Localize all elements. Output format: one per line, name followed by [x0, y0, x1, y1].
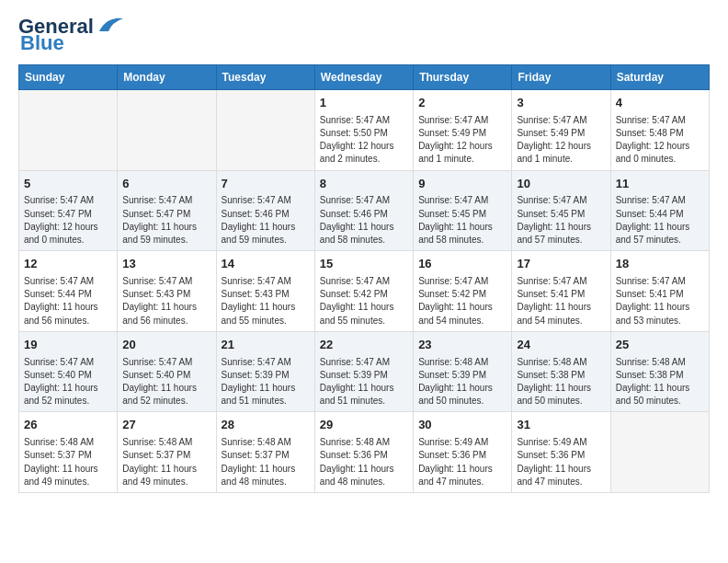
cell-info: Sunrise: 5:49 AMSunset: 5:36 PMDaylight:… [418, 436, 506, 488]
calendar-cell: 1Sunrise: 5:47 AMSunset: 5:50 PMDaylight… [314, 90, 413, 171]
header-row: SundayMondayTuesdayWednesdayThursdayFrid… [19, 65, 710, 90]
cell-info: Sunrise: 5:47 AMSunset: 5:49 PMDaylight:… [517, 114, 605, 167]
cell-info: Sunrise: 5:48 AMSunset: 5:38 PMDaylight:… [616, 356, 704, 408]
week-row-2: 5Sunrise: 5:47 AMSunset: 5:47 PMDaylight… [19, 170, 710, 251]
day-number: 19 [24, 337, 112, 354]
calendar-cell: 29Sunrise: 5:48 AMSunset: 5:36 PMDayligh… [314, 412, 413, 493]
cell-info: Sunrise: 5:47 AMSunset: 5:48 PMDaylight:… [616, 114, 704, 167]
calendar-cell: 25Sunrise: 5:48 AMSunset: 5:38 PMDayligh… [610, 331, 709, 412]
calendar-cell: 4Sunrise: 5:47 AMSunset: 5:48 PMDaylight… [610, 90, 709, 171]
calendar-cell: 17Sunrise: 5:47 AMSunset: 5:41 PMDayligh… [512, 251, 610, 332]
week-row-3: 12Sunrise: 5:47 AMSunset: 5:44 PMDayligh… [19, 251, 710, 332]
header-tuesday: Tuesday [216, 65, 314, 90]
calendar-cell [19, 90, 118, 171]
week-row-1: 1Sunrise: 5:47 AMSunset: 5:50 PMDaylight… [19, 90, 710, 171]
calendar-cell: 20Sunrise: 5:47 AMSunset: 5:40 PMDayligh… [118, 331, 216, 412]
day-number: 5 [24, 176, 112, 193]
day-number: 18 [616, 256, 704, 273]
calendar-cell: 12Sunrise: 5:47 AMSunset: 5:44 PMDayligh… [19, 251, 118, 332]
calendar-cell: 13Sunrise: 5:47 AMSunset: 5:43 PMDayligh… [118, 251, 216, 332]
cell-info: Sunrise: 5:47 AMSunset: 5:42 PMDaylight:… [418, 275, 506, 327]
cell-info: Sunrise: 5:47 AMSunset: 5:41 PMDaylight:… [616, 275, 704, 327]
calendar-cell: 10Sunrise: 5:47 AMSunset: 5:45 PMDayligh… [512, 170, 610, 251]
day-number: 25 [616, 337, 704, 354]
calendar-cell: 30Sunrise: 5:49 AMSunset: 5:36 PMDayligh… [414, 412, 512, 493]
cell-info: Sunrise: 5:47 AMSunset: 5:40 PMDaylight:… [24, 356, 112, 408]
calendar-cell: 16Sunrise: 5:47 AMSunset: 5:42 PMDayligh… [414, 251, 512, 332]
day-number: 6 [122, 176, 210, 193]
cell-info: Sunrise: 5:47 AMSunset: 5:43 PMDaylight:… [222, 275, 310, 327]
cell-info: Sunrise: 5:47 AMSunset: 5:50 PMDaylight:… [320, 114, 408, 167]
calendar-cell: 18Sunrise: 5:47 AMSunset: 5:41 PMDayligh… [610, 251, 709, 332]
cell-info: Sunrise: 5:48 AMSunset: 5:39 PMDaylight:… [418, 356, 506, 408]
cell-info: Sunrise: 5:47 AMSunset: 5:39 PMDaylight:… [320, 356, 408, 408]
day-number: 16 [418, 256, 506, 273]
cell-info: Sunrise: 5:47 AMSunset: 5:45 PMDaylight:… [418, 194, 506, 247]
calendar-cell: 5Sunrise: 5:47 AMSunset: 5:47 PMDaylight… [19, 170, 118, 251]
cell-info: Sunrise: 5:47 AMSunset: 5:49 PMDaylight:… [418, 114, 506, 167]
cell-info: Sunrise: 5:47 AMSunset: 5:39 PMDaylight:… [222, 356, 310, 408]
calendar-cell [610, 412, 709, 493]
day-number: 22 [320, 337, 408, 354]
calendar-cell: 8Sunrise: 5:47 AMSunset: 5:46 PMDaylight… [314, 170, 413, 251]
cell-info: Sunrise: 5:47 AMSunset: 5:42 PMDaylight:… [320, 275, 408, 327]
cell-info: Sunrise: 5:47 AMSunset: 5:45 PMDaylight:… [517, 194, 605, 247]
day-number: 11 [616, 176, 704, 193]
calendar-cell: 19Sunrise: 5:47 AMSunset: 5:40 PMDayligh… [19, 331, 118, 412]
header-sunday: Sunday [19, 65, 118, 90]
cell-info: Sunrise: 5:48 AMSunset: 5:37 PMDaylight:… [122, 436, 210, 488]
day-number: 9 [418, 176, 506, 193]
day-number: 27 [122, 417, 210, 434]
day-number: 13 [122, 256, 210, 273]
cell-info: Sunrise: 5:48 AMSunset: 5:36 PMDaylight:… [320, 436, 408, 488]
cell-info: Sunrise: 5:48 AMSunset: 5:38 PMDaylight:… [517, 356, 605, 408]
day-number: 28 [222, 417, 310, 434]
day-number: 1 [320, 95, 408, 112]
day-number: 30 [418, 417, 506, 434]
day-number: 15 [320, 256, 408, 273]
header-saturday: Saturday [610, 65, 709, 90]
cell-info: Sunrise: 5:47 AMSunset: 5:47 PMDaylight:… [24, 194, 112, 247]
day-number: 21 [222, 337, 310, 354]
calendar-cell: 9Sunrise: 5:47 AMSunset: 5:45 PMDaylight… [414, 170, 512, 251]
header-monday: Monday [118, 65, 216, 90]
calendar-cell: 7Sunrise: 5:47 AMSunset: 5:46 PMDaylight… [216, 170, 314, 251]
calendar-cell: 23Sunrise: 5:48 AMSunset: 5:39 PMDayligh… [414, 331, 512, 412]
day-number: 20 [122, 337, 210, 354]
day-number: 10 [517, 176, 605, 193]
day-number: 4 [616, 95, 704, 112]
calendar-cell: 22Sunrise: 5:47 AMSunset: 5:39 PMDayligh… [314, 331, 413, 412]
week-row-5: 26Sunrise: 5:48 AMSunset: 5:37 PMDayligh… [19, 412, 710, 493]
header-thursday: Thursday [414, 65, 512, 90]
header-wednesday: Wednesday [314, 65, 413, 90]
cell-info: Sunrise: 5:49 AMSunset: 5:36 PMDaylight:… [517, 436, 605, 488]
calendar-cell: 28Sunrise: 5:48 AMSunset: 5:37 PMDayligh… [216, 412, 314, 493]
calendar-cell [216, 90, 314, 171]
day-number: 24 [517, 337, 605, 354]
header: General Blue [18, 15, 710, 55]
calendar-cell: 24Sunrise: 5:48 AMSunset: 5:38 PMDayligh… [512, 331, 610, 412]
cell-info: Sunrise: 5:47 AMSunset: 5:46 PMDaylight:… [320, 194, 408, 247]
calendar-cell: 3Sunrise: 5:47 AMSunset: 5:49 PMDaylight… [512, 90, 610, 171]
day-number: 12 [24, 256, 112, 273]
calendar-cell: 11Sunrise: 5:47 AMSunset: 5:44 PMDayligh… [610, 170, 709, 251]
page: General Blue SundayMondayTuesdayWednesda… [0, 0, 728, 563]
cell-info: Sunrise: 5:48 AMSunset: 5:37 PMDaylight:… [24, 436, 112, 488]
logo: General Blue [18, 15, 125, 55]
calendar-cell [118, 90, 216, 171]
calendar-cell: 14Sunrise: 5:47 AMSunset: 5:43 PMDayligh… [216, 251, 314, 332]
calendar-cell: 31Sunrise: 5:49 AMSunset: 5:36 PMDayligh… [512, 412, 610, 493]
logo-wing-icon [96, 15, 125, 33]
day-number: 7 [222, 176, 310, 193]
day-number: 8 [320, 176, 408, 193]
cell-info: Sunrise: 5:47 AMSunset: 5:44 PMDaylight:… [616, 194, 704, 247]
calendar-cell: 26Sunrise: 5:48 AMSunset: 5:37 PMDayligh… [19, 412, 118, 493]
calendar-cell: 27Sunrise: 5:48 AMSunset: 5:37 PMDayligh… [118, 412, 216, 493]
day-number: 31 [517, 417, 605, 434]
cell-info: Sunrise: 5:47 AMSunset: 5:43 PMDaylight:… [122, 275, 210, 327]
cell-info: Sunrise: 5:47 AMSunset: 5:41 PMDaylight:… [517, 275, 605, 327]
calendar-cell: 2Sunrise: 5:47 AMSunset: 5:49 PMDaylight… [414, 90, 512, 171]
cell-info: Sunrise: 5:47 AMSunset: 5:44 PMDaylight:… [24, 275, 112, 327]
day-number: 14 [222, 256, 310, 273]
logo-blue: Blue [20, 31, 64, 55]
